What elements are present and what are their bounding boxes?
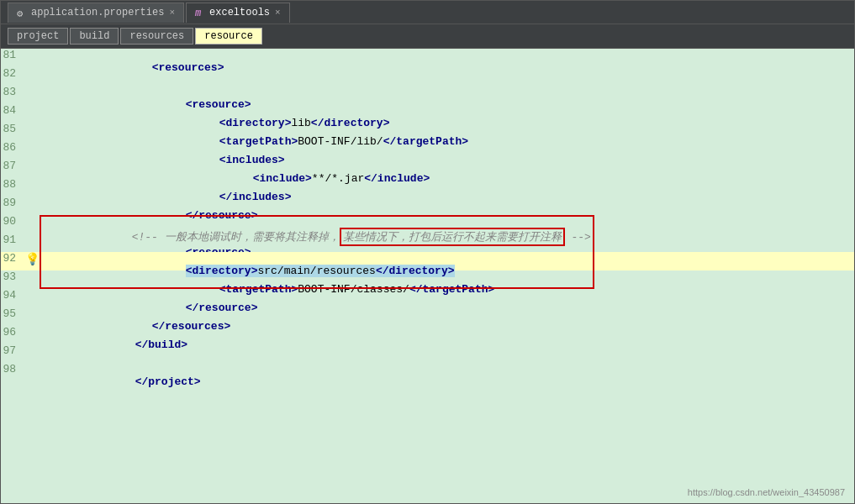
icon-92: 💡 — [24, 252, 40, 270]
editor: 81 <resources> 82 83 < — [1, 49, 854, 503]
title-bar: ⚙ application.properties × m exceltools … — [1, 1, 854, 24]
code-83: <resource> — [40, 86, 854, 104]
code-85: <targetPath>BOOT-INF/lib/</targetPath> — [40, 123, 854, 141]
icon-97 — [24, 344, 40, 363]
linenum-88: 88 — [1, 178, 24, 197]
breadcrumb-project[interactable]: project — [8, 28, 68, 45]
code-84: <directory>lib</directory> — [40, 104, 854, 123]
linenum-82: 82 — [1, 67, 24, 86]
tab-application[interactable]: ⚙ application.properties × — [8, 3, 184, 23]
linenum-89: 89 — [1, 197, 24, 215]
icon-86 — [24, 141, 40, 160]
line-89: 89 </resource> — [1, 197, 854, 215]
breadcrumb-build[interactable]: build — [70, 28, 119, 45]
lines-wrapper: 81 <resources> 82 83 < — [1, 49, 854, 381]
linenum-81: 81 — [1, 49, 24, 67]
code-98: </project> — [40, 363, 854, 381]
icon-85 — [24, 123, 40, 141]
linenum-87: 87 — [1, 160, 24, 178]
breadcrumb-resources[interactable]: resources — [120, 28, 193, 45]
code-82 — [40, 67, 854, 86]
breadcrumb-resource[interactable]: resource — [195, 28, 262, 45]
icon-96 — [24, 326, 40, 344]
gear-icon: ⚙ — [17, 8, 27, 18]
line-85: 85 <targetPath>BOOT-INF/lib/</targetPath… — [1, 123, 854, 141]
linenum-86: 86 — [1, 141, 24, 160]
code-90: <!-- 一般本地调试时，需要将其注释掉，某些情况下，打包后运行不起来需要打开注… — [40, 215, 854, 234]
breadcrumb-bar: project build resources resource — [1, 24, 854, 49]
m-icon: m — [195, 8, 205, 18]
code-94: </resource> — [40, 289, 854, 307]
line-92: 92 💡 <directory>src/main/resources</dire… — [1, 252, 854, 270]
icon-95 — [24, 307, 40, 326]
line-90: 90 <!-- 一般本地调试时，需要将其注释掉，某些情况下，打包后运行不起来需要… — [1, 215, 854, 234]
linenum-91: 91 — [1, 234, 24, 252]
line-88: 88 </includes> — [1, 178, 854, 197]
linenum-84: 84 — [1, 104, 24, 123]
code-95: </resources> — [40, 307, 854, 326]
linenum-92: 92 — [1, 252, 24, 270]
linenum-98: 98 — [1, 363, 24, 381]
linenum-96: 96 — [1, 326, 24, 344]
line-95: 95 </resources> — [1, 307, 854, 326]
linenum-95: 95 — [1, 307, 24, 326]
line-83: 83 <resource> — [1, 86, 854, 104]
code-96: </build> — [40, 326, 854, 344]
tab-exceltools[interactable]: m exceltools × — [186, 3, 290, 23]
icon-84 — [24, 104, 40, 123]
line-82: 82 — [1, 67, 854, 86]
icon-88 — [24, 178, 40, 197]
icon-89 — [24, 197, 40, 215]
code-86: <includes> — [40, 141, 854, 160]
linenum-93: 93 — [1, 270, 24, 289]
line-91: 91 <resource> — [1, 234, 854, 252]
tab-application-close[interactable]: × — [169, 8, 175, 18]
tab-exceltools-label: exceltools — [209, 7, 270, 18]
tab-exceltools-close[interactable]: × — [275, 8, 281, 18]
code-87: <include>**/*.jar</include> — [40, 160, 854, 178]
icon-91 — [24, 234, 40, 252]
code-91: <resource> — [40, 234, 854, 252]
watermark: https://blog.csdn.net/weixin_43450987 — [688, 487, 845, 497]
code-93: <targetPath>BOOT-INF/classes/</targetPat… — [40, 270, 854, 289]
code-88: </includes> — [40, 178, 854, 197]
code-81: <resources> — [40, 49, 854, 67]
icon-87 — [24, 160, 40, 178]
linenum-85: 85 — [1, 123, 24, 141]
line-84: 84 <directory>lib</directory> — [1, 104, 854, 123]
icon-82 — [24, 67, 40, 86]
line-86: 86 <includes> — [1, 141, 854, 160]
line-93: 93 <targetPath>BOOT-INF/classes/</target… — [1, 270, 854, 289]
code-92: <directory>src/main/resources</directory… — [40, 252, 854, 270]
line-81: 81 <resources> — [1, 49, 854, 67]
linenum-83: 83 — [1, 86, 24, 104]
line-94: 94 </resource> — [1, 289, 854, 307]
tab-application-label: application.properties — [31, 7, 164, 18]
main-window: ⚙ application.properties × m exceltools … — [0, 0, 855, 504]
code-97 — [40, 344, 854, 363]
line-98: 98 </project> — [1, 363, 854, 381]
editor-container: 81 <resources> 82 83 < — [1, 49, 854, 503]
code-89: </resource> — [40, 197, 854, 215]
icon-81 — [24, 49, 40, 67]
linenum-97: 97 — [1, 344, 24, 363]
line-97: 97 — [1, 344, 854, 363]
icon-94 — [24, 289, 40, 307]
linenum-90: 90 — [1, 215, 24, 234]
icon-90 — [24, 215, 40, 234]
icon-98 — [24, 363, 40, 381]
line-87: 87 <include>**/*.jar</include> — [1, 160, 854, 178]
icon-93 — [24, 270, 40, 289]
line-96: 96 </build> — [1, 326, 854, 344]
linenum-94: 94 — [1, 289, 24, 307]
icon-83 — [24, 86, 40, 104]
